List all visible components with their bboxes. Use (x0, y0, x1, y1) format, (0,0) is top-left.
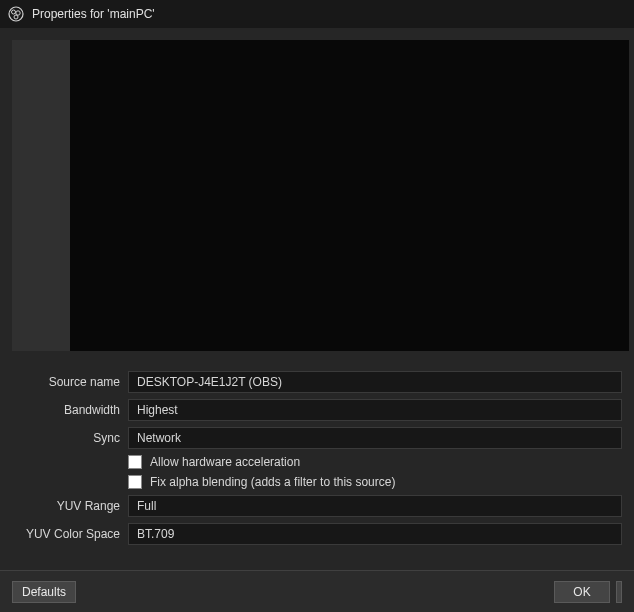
defaults-button[interactable]: Defaults (12, 581, 76, 603)
label-sync: Sync (12, 431, 120, 445)
row-bandwidth: Bandwidth Highest (12, 399, 622, 421)
svg-point-2 (16, 11, 20, 15)
row-hw-accel[interactable]: Allow hardware acceleration (12, 455, 622, 469)
properties-form: Source name DESKTOP-J4E1J2T (OBS) Bandwi… (0, 363, 634, 545)
partial-button-edge[interactable] (616, 581, 622, 603)
fix-alpha-checkbox[interactable] (128, 475, 142, 489)
preview-sidebar (12, 40, 70, 351)
dialog-content: Source name DESKTOP-J4E1J2T (OBS) Bandwi… (0, 28, 634, 545)
yuv-range-select[interactable]: Full (128, 495, 622, 517)
label-yuv-range: YUV Range (12, 499, 120, 513)
sync-select[interactable]: Network (128, 427, 622, 449)
obs-logo-icon (8, 6, 24, 22)
row-yuv-range: YUV Range Full (12, 495, 622, 517)
row-sync: Sync Network (12, 427, 622, 449)
label-source-name: Source name (12, 375, 120, 389)
titlebar: Properties for 'mainPC' (0, 0, 634, 28)
label-bandwidth: Bandwidth (12, 403, 120, 417)
row-fix-alpha[interactable]: Fix alpha blending (adds a filter to thi… (12, 475, 622, 489)
svg-point-1 (12, 10, 16, 14)
source-name-select[interactable]: DESKTOP-J4E1J2T (OBS) (128, 371, 622, 393)
svg-point-3 (14, 15, 18, 19)
ok-button[interactable]: OK (554, 581, 610, 603)
source-preview (12, 40, 629, 351)
dialog-footer: Defaults OK (0, 570, 634, 612)
hw-accel-checkbox[interactable] (128, 455, 142, 469)
label-yuv-color-space: YUV Color Space (12, 527, 120, 541)
row-source-name: Source name DESKTOP-J4E1J2T (OBS) (12, 371, 622, 393)
preview-container (0, 28, 634, 363)
bandwidth-select[interactable]: Highest (128, 399, 622, 421)
fix-alpha-label: Fix alpha blending (adds a filter to thi… (150, 475, 395, 489)
window-title: Properties for 'mainPC' (32, 7, 155, 21)
yuv-color-space-select[interactable]: BT.709 (128, 523, 622, 545)
hw-accel-label: Allow hardware acceleration (150, 455, 300, 469)
row-yuv-color-space: YUV Color Space BT.709 (12, 523, 622, 545)
